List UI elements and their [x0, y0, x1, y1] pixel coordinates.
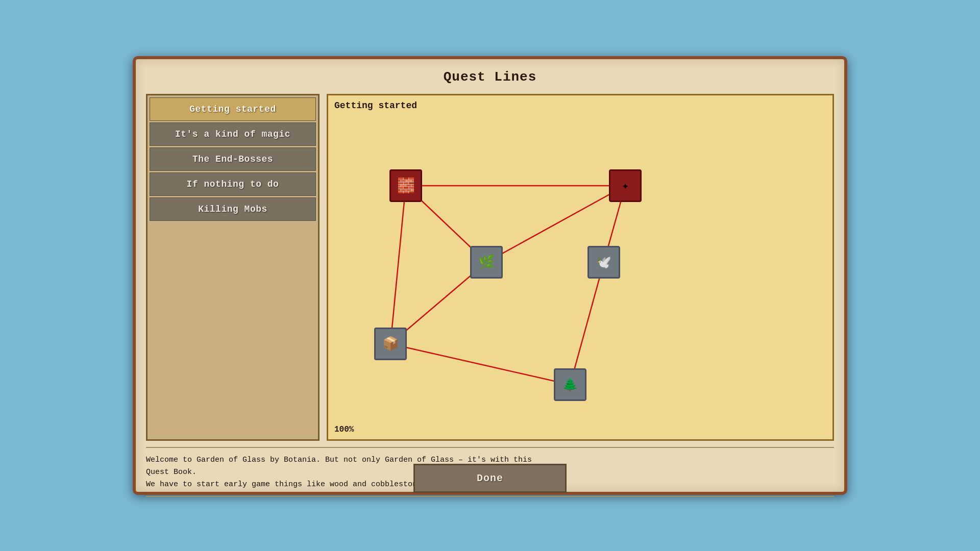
done-button[interactable]: Done: [413, 464, 567, 493]
quest-map: Getting started: [327, 94, 834, 441]
sidebar-item-getting-started[interactable]: Getting started: [150, 97, 316, 121]
content-area: Getting started It's a kind of magic The…: [146, 94, 834, 441]
sidebar-item-nothing-to-do[interactable]: If nothing to do: [150, 172, 316, 196]
sidebar: Getting started It's a kind of magic The…: [146, 94, 320, 441]
divider-line: [146, 496, 834, 497]
quest-node-6[interactable]: 🌲: [554, 368, 586, 401]
quest-node-4[interactable]: 🕊️: [587, 246, 620, 279]
sidebar-item-magic[interactable]: It's a kind of magic: [150, 122, 316, 146]
quest-node-2[interactable]: ✦: [609, 169, 642, 202]
zoom-label: 100%: [334, 425, 354, 434]
svg-line-7: [390, 344, 570, 385]
quest-node-5[interactable]: 📦: [374, 328, 407, 360]
quest-node-3[interactable]: 🌿: [470, 246, 503, 279]
done-area: Done: [413, 464, 567, 493]
svg-line-6: [570, 262, 604, 385]
sidebar-item-killing-mobs[interactable]: Killing Mobs: [150, 197, 316, 221]
main-window: Quest Lines Getting started It's a kind …: [133, 56, 847, 495]
quest-node-1[interactable]: 🧱: [389, 169, 422, 202]
svg-line-1: [390, 186, 406, 344]
window-title: Quest Lines: [146, 69, 834, 85]
sidebar-item-end-bosses[interactable]: The End-Bosses: [150, 147, 316, 171]
